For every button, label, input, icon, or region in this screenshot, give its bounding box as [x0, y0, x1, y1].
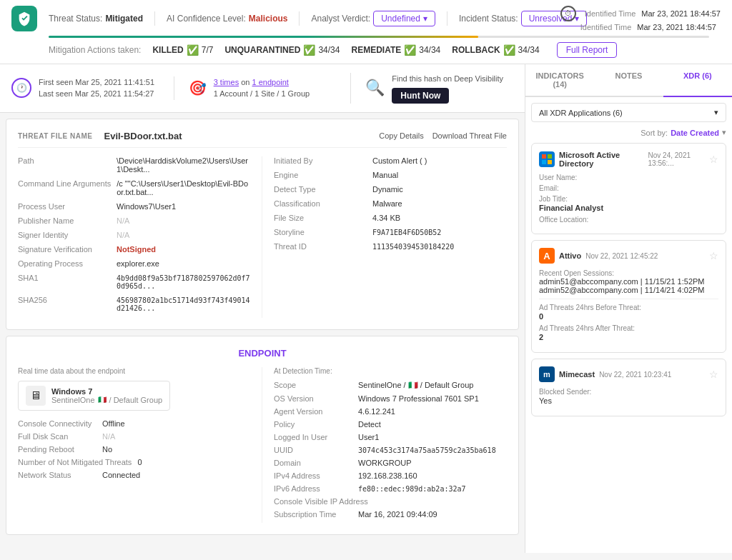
tab-notes[interactable]: NOTES	[594, 64, 663, 97]
divider	[299, 11, 300, 26]
xdr-app-info-ms-ad: Microsoft Active Directory Nov 24, 2021 …	[539, 151, 709, 168]
process-user-val: Windows7\User1	[117, 202, 176, 211]
ipv4-key: IPv4 Address	[274, 471, 352, 480]
mimecast-icon: m	[539, 366, 555, 382]
xdr-card-header-attivo: A Attivo Nov 22, 2021 12:45:22 ☆	[539, 248, 718, 264]
sort-chevron-icon: ▾	[722, 128, 726, 137]
classification-key: Classification	[274, 199, 367, 208]
svg-rect-1	[548, 154, 552, 159]
detail-threat-id: Threat ID 1113540394530184220	[274, 242, 507, 251]
times-link[interactable]: 3 times	[214, 78, 239, 86]
ms-ad-icon	[539, 151, 555, 167]
divider	[154, 11, 155, 26]
threat-status-label: Threat Status:	[49, 14, 102, 24]
rollback-label: ROLLBACK	[452, 45, 500, 55]
xdr-card-header-ms-ad: Microsoft Active Directory Nov 24, 2021 …	[539, 151, 718, 168]
hunt-now-button[interactable]: Hunt Now	[392, 88, 449, 104]
mimecast-app-name: Mimecast	[559, 370, 595, 379]
unquarantined-check: ✅	[303, 44, 315, 56]
copy-details-link[interactable]: Copy Details	[379, 131, 423, 140]
last-seen-label: Last seen	[39, 89, 73, 98]
mimecast-star-icon[interactable]: ☆	[709, 369, 718, 380]
attivo-app-name: Attivo	[559, 251, 581, 260]
endpoint-section: ENDPOINT Real time data about the endpoi…	[6, 336, 519, 535]
endpoint-link[interactable]: 1 endpoint	[252, 78, 289, 86]
threats-before-val: 0	[539, 312, 543, 321]
ms-ad-job-title-val: Financial Analyst	[539, 204, 603, 212]
os-version-val: Windows 7 Professional 7601 SP1	[358, 394, 479, 403]
sort-value[interactable]: Date Created	[671, 129, 719, 137]
endpoint-left: Real time data about the endpoint 🖥 Wind…	[18, 367, 262, 523]
unquarantined-label: UNQUARANTINED	[224, 45, 300, 55]
account-info: 1 Account / 1 Site / 1 Group	[214, 89, 310, 98]
not-mitigated-key: Number of Not Mitigated Threats	[18, 458, 132, 466]
sha256-val: 456987802a1bc51714d93f743f49014d21426...	[117, 296, 250, 312]
clock-icon: 🕐	[11, 78, 31, 98]
tab-xdr[interactable]: XDR (6)	[663, 64, 732, 97]
killed-check: ✅	[187, 44, 199, 56]
ai-confidence-value: Malicious	[249, 14, 288, 24]
threats-after-val: 2	[539, 333, 543, 341]
signer-key: Signer Identity	[18, 231, 111, 239]
xdr-filter-dropdown[interactable]: All XDR Applications (6) ▾	[531, 103, 726, 122]
mitigation-rollback: ROLLBACK ✅ 34/34	[452, 44, 539, 56]
attivo-star-icon[interactable]: ☆	[709, 250, 718, 261]
full-report-button[interactable]: Full Report	[557, 42, 618, 58]
ai-confidence: AI Confidence Level: Malicious	[167, 14, 287, 24]
left-panel: 🕐 First seen Mar 25, 2021 11:41:51 Last …	[0, 64, 525, 553]
blocked-sender-val: Yes	[539, 396, 552, 405]
ms-ad-job-title-label: Job Title:	[539, 195, 718, 203]
analyst-verdict-dropdown[interactable]: Undefined ▾	[373, 11, 435, 26]
mitigation-killed: KILLED ✅ 7/7	[152, 44, 213, 56]
policy-val: Detect	[358, 420, 381, 429]
ms-ad-username-label: User Name:	[539, 174, 718, 181]
not-mitigated-val: 0	[137, 458, 142, 466]
id-time-val-2: Mar 23, 2021 18:44:57	[637, 23, 716, 31]
divider	[539, 299, 718, 299]
detail-file-size: File Size 4.34 KB	[274, 214, 507, 222]
last-seen-val: Mar 25, 2021 11:54:27	[75, 89, 154, 98]
full-disk-scan-key: Full Disk Scan	[18, 432, 97, 441]
progress-bar	[49, 36, 709, 38]
full-disk-scan: Full Disk Scan N/A	[18, 432, 250, 441]
os-version-key: OS Version	[274, 394, 352, 403]
ms-ad-star-icon[interactable]: ☆	[709, 154, 718, 165]
download-threat-file-link[interactable]: Download Threat File	[432, 131, 507, 140]
ep-console-visible-ip: Console Visible IP Address	[274, 497, 507, 506]
detail-publisher: Publisher Name N/A	[18, 216, 250, 225]
chevron-down-icon: ▾	[714, 108, 718, 117]
tab-indicators[interactable]: INDICATORS (14)	[525, 64, 594, 97]
time-info: ⏱ Identified Time Mar 23, 2021 18:44:57 …	[560, 6, 721, 33]
remediate-label: REMEDIATE	[351, 45, 401, 55]
detail-cmdline: Command Line Arguments /c ""C:\Users\Use…	[18, 179, 250, 196]
initiated-by-key: Initiated By	[274, 156, 367, 165]
not-mitigated-threats: Number of Not Mitigated Threats 0	[18, 458, 250, 466]
ms-ad-username: User Name:	[539, 174, 718, 181]
endpoint-grid: Real time data about the endpoint 🖥 Wind…	[18, 367, 507, 523]
unquarantined-val: 34/34	[318, 45, 340, 55]
detail-engine: Engine Manual	[274, 171, 507, 179]
ms-ad-app-name: Microsoft Active Directory	[559, 151, 644, 168]
analyst-verdict-label: Analyst Verdict:	[311, 14, 370, 24]
domain-key: Domain	[274, 459, 352, 467]
ai-confidence-label: AI Confidence Level:	[167, 14, 246, 24]
console-connectivity-key: Console Connectivity	[18, 419, 97, 428]
ep-ipv4: IPv4 Address 192.168.238.160	[274, 471, 507, 480]
divider	[447, 11, 447, 26]
file-size-key: File Size	[274, 214, 367, 222]
publisher-key: Publisher Name	[18, 216, 111, 225]
storyline-key: Storyline	[274, 228, 367, 236]
blocked-sender-label: Blocked Sender:	[539, 388, 718, 396]
sort-label: Sort by:	[640, 129, 668, 137]
ep-subscription-time: Subscription Time Mar 16, 2021 09:44:09	[274, 510, 507, 519]
policy-key: Policy	[274, 420, 352, 429]
killed-val: 7/7	[202, 45, 214, 55]
ms-ad-app-time: Nov 24, 2021 13:56:...	[648, 151, 709, 167]
cmdline-key: Command Line Arguments	[18, 179, 111, 188]
threat-file-header: THREAT FILE NAME Evil-BDoor.txt.bat Copy…	[18, 131, 507, 148]
xdr-card-header-mimecast: m Mimecast Nov 22, 2021 10:23:41 ☆	[539, 366, 718, 382]
progress-fill	[49, 36, 478, 38]
network-status-val: Connected	[102, 471, 140, 479]
full-disk-scan-val: N/A	[102, 432, 115, 441]
ep-domain: Domain WORKGROUP	[274, 459, 507, 467]
